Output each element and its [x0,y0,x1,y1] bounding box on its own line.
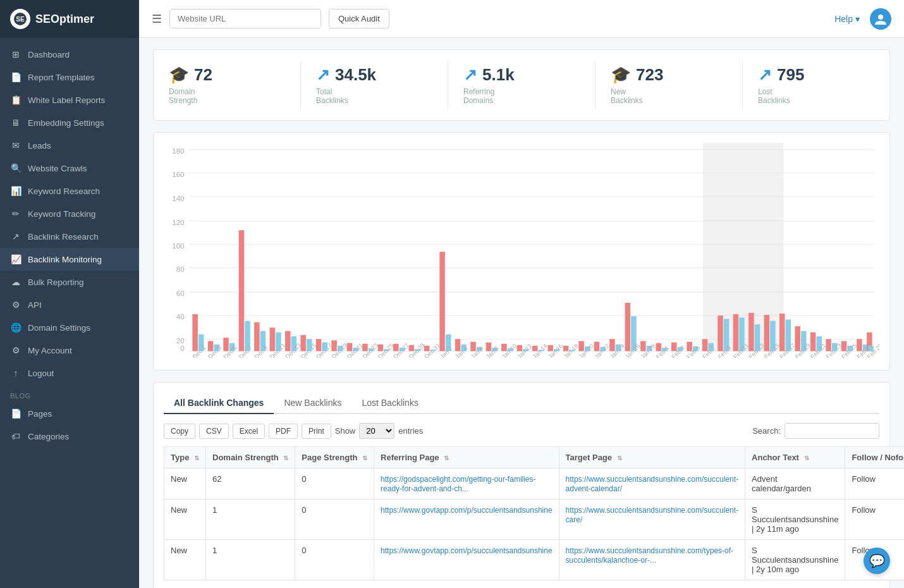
svg-rect-80 [625,303,631,352]
stat-value-total-backlinks: ↗ 34.5k [316,65,376,85]
svg-rect-56 [439,252,445,351]
sidebar-icon-keyword-research: 📊 [10,186,21,196]
stat-value-referring-domains: ↗ 5.1k [463,65,515,85]
table-row: New 1 0 https://www.govtapp.com/p/succul… [164,540,905,580]
sidebar-icon-bulk-reporting: ☁ [10,277,21,287]
sidebar-icon-white-label-reports: 📋 [10,95,21,105]
cell-tp-0: https://www.succulentsandsunshine.com/su… [559,469,745,499]
sidebar-item-api[interactable]: ⚙API [0,293,139,316]
svg-point-2 [878,15,883,20]
stat-card-referring-domains: ↗ 5.1k Referring Domains [448,60,596,110]
user-avatar[interactable] [870,8,891,30]
sidebar: SE SEOptimer ⊞Dashboard📄Report Templates… [0,0,139,588]
svg-rect-24 [192,314,198,351]
sidebar-icon-backlink-research: ↗ [10,231,21,242]
sidebar-item-report-templates[interactable]: 📄Report Templates [0,66,139,89]
cell-ds-0: 62 [206,469,295,499]
csv-button[interactable]: CSV [199,424,229,439]
sidebar-item-keyword-research[interactable]: 📊Keyword Research [0,180,139,202]
sidebar-item-website-crawls[interactable]: 🔍Website Crawls [0,157,139,180]
stats-row: 🎓 72 Domain Strength ↗ 34.5k Total Backl… [153,49,890,121]
sidebar-item-domain-settings[interactable]: 🌐Domain Settings [0,316,139,339]
svg-text:20: 20 [176,336,185,345]
stat-icon-lost-backlinks: ↗ [758,65,772,85]
sidebar-label-keyword-research: Keyword Research [28,187,100,196]
stat-icon-total-backlinks: ↗ [316,65,330,85]
menu-icon[interactable]: ☰ [152,12,162,26]
sidebar-nav: ⊞Dashboard📄Report Templates📋White Label … [0,38,139,588]
col-header-type[interactable]: Type ⇅ [164,447,206,469]
sort-icon-anchor-text: ⇅ [804,455,809,462]
sidebar-item-pages[interactable]: 📄Pages [0,402,139,425]
col-header-referring-page[interactable]: Referring Page ⇅ [374,447,559,469]
stat-card-new-backlinks: 🎓 723 New Backlinks [596,60,743,110]
cell-rp-0: https://godspacelight.com/getting-our-fa… [374,469,559,499]
sidebar-label-white-label-reports: White Label Reports [28,95,105,105]
svg-text:100: 100 [172,242,185,250]
sidebar-icon-embedding-settings: 🖥 [10,118,21,128]
print-button[interactable]: Print [302,424,331,439]
copy-button[interactable]: Copy [164,424,195,439]
help-button[interactable]: Help ▾ [834,14,860,24]
topbar: ☰ Quick Audit Help ▾ [139,0,904,38]
chart-container: 180 160 140 120 100 80 60 40 20 0 [153,132,890,371]
sidebar-label-keyword-tracking: Keyword Tracking [28,209,95,219]
svg-text:180: 180 [172,147,185,155]
sidebar-item-keyword-tracking[interactable]: ✏Keyword Tracking [0,202,139,225]
svg-text:60: 60 [176,289,185,297]
col-header-anchor-text[interactable]: Anchor Text ⇅ [745,447,845,469]
stat-label-lost-backlinks: Lost Backlinks [758,87,790,105]
col-header-follow-nofollow[interactable]: Follow / Nofollow ⇅ [845,447,904,469]
cell-type-2: New [164,540,206,580]
sort-icon-page-strength: ⇅ [362,455,367,462]
chat-bubble[interactable]: 💬 [864,548,890,574]
svg-text:SE: SE [16,16,25,23]
col-header-page-strength[interactable]: Page Strength ⇅ [295,447,374,469]
cell-type-1: New [164,499,206,540]
tab-new-backlinks[interactable]: New Backlinks [274,393,351,414]
sidebar-item-white-label-reports[interactable]: 📋White Label Reports [0,89,139,111]
svg-rect-36 [285,331,291,352]
svg-rect-98 [764,315,770,351]
sidebar-item-dashboard[interactable]: ⊞Dashboard [0,43,139,66]
svg-rect-92 [718,315,723,351]
url-input[interactable] [169,9,321,28]
stat-value-domain-strength: 🎓 72 [169,65,212,85]
excel-button[interactable]: Excel [233,424,265,439]
col-header-domain-strength[interactable]: Domain Strength ⇅ [206,447,295,469]
sidebar-item-embedding-settings[interactable]: 🖥Embedding Settings [0,111,139,134]
svg-rect-94 [733,314,739,351]
sidebar-item-backlink-research[interactable]: ↗Backlink Research [0,225,139,248]
stat-value-new-backlinks: 🎓 723 [611,65,663,85]
main-area: ☰ Quick Audit Help ▾ 🎓 72 Domain Stre [139,0,904,588]
stat-icon-domain-strength: 🎓 [169,65,189,85]
sidebar-item-backlink-monitoring[interactable]: 📈Backlink Monitoring [0,248,139,271]
cell-at-0: Advent calendar/garden [745,469,845,499]
backlinks-chart: 180 160 140 120 100 80 60 40 20 0 [164,143,879,358]
sidebar-item-my-account[interactable]: ⚙My Account [0,339,139,362]
stat-label-domain-strength: Domain Strength [169,87,197,105]
cell-tp-2: https://www.succulentsandsunshine.com/ty… [559,540,745,580]
sidebar-label-logout: Logout [28,369,54,378]
sidebar-item-bulk-reporting[interactable]: ☁Bulk Reporting [0,271,139,293]
sidebar-label-bulk-reporting: Bulk Reporting [28,278,84,287]
svg-text:120: 120 [172,218,185,226]
col-header-target-page[interactable]: Target Page ⇅ [559,447,745,469]
entries-select[interactable]: 20 10 50 100 [359,423,394,439]
svg-rect-100 [779,314,785,352]
svg-text:80: 80 [176,265,185,273]
tab-all-backlink-changes[interactable]: All Backlink Changes [164,393,274,414]
search-input[interactable] [785,423,879,439]
sidebar-logo[interactable]: SE SEOptimer [0,0,139,38]
blog-section-label: Blog [0,384,139,402]
sidebar-label-report-templates: Report Templates [28,73,95,82]
sidebar-icon-categories: 🏷 [10,431,21,441]
tab-lost-backlinks[interactable]: Lost Backlinks [351,393,428,414]
pdf-button[interactable]: PDF [269,424,298,439]
sidebar-item-categories[interactable]: 🏷Categories [0,425,139,448]
sidebar-item-logout[interactable]: ↑Logout [0,362,139,384]
sidebar-item-leads[interactable]: ✉Leads [0,134,139,157]
brand-name: SEOptimer [35,13,94,26]
cell-at-1: S Succulentsandsunshine | 2y 11m ago [745,499,845,540]
quick-audit-button[interactable]: Quick Audit [329,9,389,28]
